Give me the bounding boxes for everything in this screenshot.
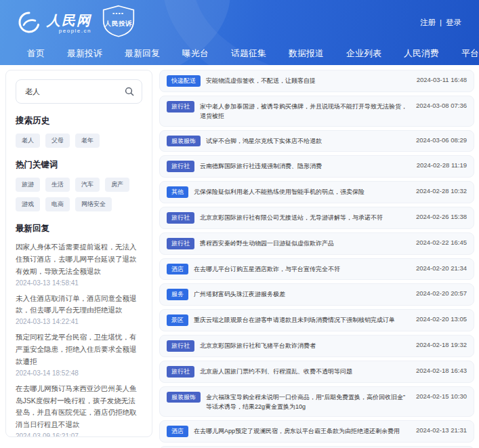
latest-replies-list: 因家人身体不适需要提前返程，无法入住预订酒店，去哪儿网平台延误了退款有效期，导致… (16, 241, 142, 437)
reply-item[interactable]: 在去哪儿网预订马来西亚沙巴州美人鱼岛JSK度假村一晚行程，孩子发烧无法登岛，并且… (16, 383, 142, 437)
complaint-row[interactable]: 快递配送 安能物流虚假签收，不配送，让顾客自提 2024-03-11 16:48 (159, 70, 474, 92)
nav-item[interactable]: 数据报道 (289, 47, 326, 60)
reply-date: 2024-03-14 18:52:48 (16, 369, 142, 377)
nav-item[interactable]: 话题征集 (231, 47, 268, 60)
search-input[interactable] (24, 87, 125, 96)
nav-item-label: 企业列表 (346, 48, 381, 58)
category-badge: 旅行社 (167, 212, 194, 224)
complaint-text: 北京京彩国际旅行社和飞猪平台欺诈消费者 (200, 340, 411, 350)
reply-text: 因家人身体不适需要提前返程，无法入住预订酒店，去哪儿网平台延误了退款有效期，导致… (16, 241, 142, 278)
keyword-tag[interactable]: 汽车 (75, 178, 100, 192)
sidebar: 搜索历史 老人 父母 老年 热门关键词 旅游 生活 汽车 房产 游戏 电商 网络… (5, 70, 152, 437)
category-badge: 旅行社 (167, 238, 194, 249)
search-history-tags: 老人 父母 老年 (16, 134, 142, 148)
category-badge: 旅行社 (167, 101, 194, 113)
reply-date: 2024-03-13 14:58:41 (16, 279, 142, 287)
complaint-row[interactable]: 服装服饰 试穿不合脚，鸿星尔克线下实体店不给退款 2024-03-06 08:2… (159, 130, 474, 152)
search-history-title: 搜索历史 (16, 115, 142, 127)
keyword-tag[interactable]: 旅游 (16, 178, 40, 192)
reply-text: 预定同程艺龙平台民宿，卫生堪忧，有严重安全隐患，拒绝入住后要求全额退款遭拒 (16, 331, 142, 368)
register-link[interactable]: 注册 (420, 18, 436, 28)
category-badge: 服装服饰 (167, 392, 201, 403)
complaint-row[interactable]: 旅行社 携程西安秦岭野生动物园一日游疑似虚假欺诈产品 2024-02-22 16… (159, 232, 474, 255)
hot-keyword-tags: 旅游 生活 汽车 房产 游戏 电商 网络安全 (16, 178, 142, 211)
complaint-row[interactable]: 旅行社 北京京彩国际旅行社有限公司无接送站，无导游讲解等，与承诺不符 2024-… (159, 207, 474, 229)
keyword-tag[interactable]: 网络安全 (75, 197, 112, 211)
complaint-text: 家中老人参加泰国游，被诱导购买佛牌，并且说现场不能打开导致无法验货，退货被拒 (200, 101, 411, 121)
complaint-row[interactable]: 旅行社 北京京彩国际旅行社和飞猪平台欺诈消费者 2024-02-18 19:32 (159, 335, 474, 357)
latest-replies-title: 最新回复 (16, 223, 142, 235)
complaint-date: 2024-02-15 10:30 (416, 392, 467, 400)
nav-item[interactable]: 人民消费 (404, 47, 441, 60)
complaint-shield-badge[interactable]: 人民投诉 (101, 5, 136, 40)
complaint-row[interactable]: 其他 元保保险疑似利用老人不能熟练使用智能手机的弱点，强卖保险 2024-02-… (159, 181, 474, 203)
keyword-tag[interactable]: 老人 (16, 134, 40, 148)
nav-item-label: 最新投诉 (67, 48, 102, 58)
complaint-row[interactable]: 旅行社 家中老人参加泰国游，被诱导购买佛牌，并且说现场不能打开导致无法验货，退货… (159, 96, 474, 127)
reply-text: 在去哪儿网预订马来西亚沙巴州美人鱼岛JSK度假村一晚行程，孩子发烧无法登岛，并且… (16, 383, 142, 431)
reply-item[interactable]: 因家人身体不适需要提前返程，无法入住预订酒店，去哪儿网平台延误了退款有效期，导致… (16, 241, 142, 287)
category-badge: 景区 (167, 314, 188, 326)
complaint-text: 云南德辉国际旅行社违规强制消费、隐形消费 (200, 161, 411, 171)
complaint-text: 元保保险疑似利用老人不能熟练使用智能手机的弱点，强卖保险 (194, 186, 411, 197)
complaint-date: 2024-03-06 08:29 (416, 136, 467, 144)
keyword-tag[interactable]: 老年 (75, 134, 100, 148)
complaint-text: 北京京彩国际旅行社有限公司无接送站，无导游讲解等，与承诺不符 (200, 212, 411, 222)
complaint-list-panel: 快递配送 安能物流虚假签收，不配送，让顾客自提 2024-03-11 16:48… (159, 70, 474, 448)
complaint-date: 2024-02-13 21:31 (416, 426, 467, 434)
nav-item[interactable]: 平台须知∨ (461, 47, 479, 60)
complaint-row[interactable]: 服装服饰 金六福珠宝导购全程未说明一口价商品，用“后期免费置换，高价回收旧金”等… (159, 386, 474, 418)
keyword-tag[interactable]: 电商 (45, 197, 70, 211)
complaint-row[interactable]: 酒店 在去哪儿平台订购五星酒店欺诈，与平台宣传完全不符 2024-02-20 2… (159, 258, 474, 281)
search-box (16, 79, 142, 104)
category-badge: 旅行社 (167, 161, 194, 172)
search-icon[interactable] (125, 87, 134, 96)
people-cn-logo[interactable]: 人民网 people.cn (18, 11, 91, 34)
category-badge: 快递配送 (167, 75, 201, 87)
nav-item-label: 最新回复 (125, 48, 160, 58)
complaint-row[interactable]: 景区 重庆云端之眼观景台在游客申请退款且未到场消费情况下强制核销完成订单 202… (159, 309, 474, 331)
category-badge: 服务 (167, 289, 188, 300)
nav-item[interactable]: 企业列表 (346, 47, 383, 60)
nav-item-label: 平台须知 (461, 48, 479, 58)
nav-item[interactable]: 曝光台 (182, 47, 211, 60)
complaint-row[interactable]: 旅行社 北京唐人国旅门票约不到、行程混乱、收费不透明等问题 2024-02-18… (159, 361, 474, 383)
complaint-text: 试穿不合脚，鸿星尔克线下实体店不给退款 (206, 136, 411, 146)
nav-item[interactable]: 最新投诉 (67, 47, 104, 60)
auth-divider: | (440, 18, 442, 26)
complaint-text: 安能物流虚假签收，不配送，让顾客自提 (206, 75, 411, 85)
complaint-date: 2024-02-18 19:32 (416, 340, 467, 348)
nav-item-label: 曝光台 (182, 48, 209, 58)
complaint-text: 在去哪儿网App预定了观澜民宿，房东以平台霸王条款为由拒绝退还剩余费用 (194, 426, 411, 436)
keyword-tag[interactable]: 生活 (45, 178, 70, 192)
nav-item-label: 首页 (27, 48, 45, 58)
complaint-date: 2024-02-18 16:43 (416, 366, 467, 374)
header-top-row: 人民网 people.cn 人民投诉 注册 | 登录 (0, 0, 479, 42)
nav-item[interactable]: 首页 (27, 47, 47, 60)
keyword-tag[interactable]: 游戏 (16, 197, 40, 211)
header: 人民网 people.cn 人民投诉 注册 | 登录 首页 最新投诉 最新回复 … (0, 0, 479, 65)
keyword-tag[interactable]: 房产 (105, 178, 129, 192)
nav-item[interactable]: 最新回复 (125, 47, 162, 60)
nav-item-label: 人民消费 (404, 48, 439, 58)
complaint-list: 快递配送 安能物流虚假签收，不配送，让顾客自提 2024-03-11 16:48… (159, 70, 474, 448)
shield-label: 人民投诉 (104, 20, 132, 27)
complaint-date: 2024-03-11 16:48 (417, 75, 467, 83)
login-link[interactable]: 登录 (446, 18, 461, 28)
complaint-date: 2024-02-28 11:19 (417, 161, 467, 169)
reply-item[interactable]: 未入住酒店取消订单，酒店同意全额退款，但去哪儿平台无理由拒绝退款 2024-03… (16, 293, 142, 326)
page: 人民网 people.cn 人民投诉 注册 | 登录 首页 最新投诉 最新回复 … (0, 0, 479, 448)
logo-subtitle: people.cn (59, 28, 91, 34)
logo-title: 人民网 (47, 14, 91, 27)
complaint-date: 2024-02-28 10:32 (416, 186, 467, 195)
reply-item[interactable]: 预定同程艺龙平台民宿，卫生堪忧，有严重安全隐患，拒绝入住后要求全额退款遭拒 20… (16, 331, 142, 377)
logo-text: 人民网 people.cn (47, 14, 91, 34)
complaint-date: 2024-03-08 07:36 (416, 101, 467, 109)
complaint-row[interactable]: 旅行社 云南德辉国际旅行社违规强制消费、隐形消费 2024-02-28 11:1… (159, 155, 474, 178)
complaint-row[interactable]: 酒店 在去哪儿网App预定了观澜民宿，房东以平台霸王条款为由拒绝退还剩余费用 2… (159, 420, 474, 443)
keyword-tag[interactable]: 父母 (45, 134, 70, 148)
complaint-row[interactable]: 服务 广州塔财富码头珠江夜游服务极差 2024-02-20 20:57 (159, 283, 474, 306)
complaint-text: 在去哪儿平台订购五星酒店欺诈，与平台宣传完全不符 (194, 264, 411, 274)
complaint-text: 北京唐人国旅门票约不到、行程混乱、收费不透明等问题 (200, 366, 411, 376)
reply-date: 2024-03-13 14:22:41 (16, 318, 142, 325)
